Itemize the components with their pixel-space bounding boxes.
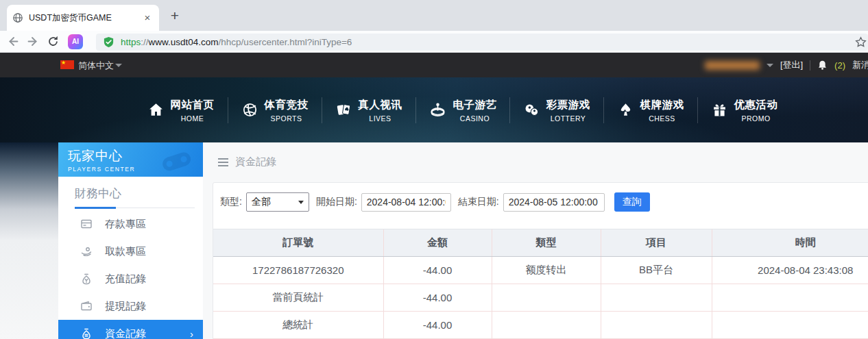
nav-item-home[interactable]: 网站首页 HOME [134,89,228,131]
table-header-row: 訂單號 金額 類型 項目 時間 [213,229,868,257]
sidebar-item-label: 存款專區 [105,218,146,231]
url-path: /hhcp/usercenter.html?iniType=6 [219,37,352,47]
message-count[interactable]: (2) [834,60,845,71]
nav-item-lives[interactable]: 真人视讯 LIVES [322,89,415,131]
cell-amount: -44.00 [383,257,492,284]
sidebar-item-deposit[interactable]: 存款專區 [58,210,203,238]
sidebar-item-withdraw[interactable]: 取款專區 [58,238,203,265]
gamepad-icon [156,147,196,174]
chevron-right-icon: › [190,328,193,339]
refresh-icon[interactable] [47,35,60,48]
filter-bar: 類型: 全部 開始日期: 結束日期: 查詢 [213,183,868,212]
cell-item: BB平台 [601,257,712,284]
browser-tab[interactable]: USDT加密货币GAME × [7,5,159,31]
sidebar-menu: 存款專區 取款專區 充值記錄 [58,210,203,339]
page-title: 資金記錄 [235,155,276,168]
cell-order-no: 總統計 [213,312,383,339]
logout-link[interactable]: [登出] [780,59,803,71]
gift-icon [711,101,728,118]
search-button[interactable]: 查詢 [614,192,650,212]
cell-amount: -44.00 [383,284,492,312]
url-separator: :// [141,37,148,47]
secure-shield-icon[interactable] [103,36,114,48]
sidebar: 玩家中心 PLAYERS CENTER 財務中心 [58,142,203,339]
cell-order-no: 1722786187726320 [213,257,383,284]
type-label: 類型: [220,196,242,208]
chevron-down-icon [298,201,304,204]
forward-icon[interactable] [26,35,39,48]
account-bar: ★ 简体中文 [登出] (2) 新消息 [0,53,868,77]
nav-item-chess[interactable]: 棋牌游戏 CHESS [603,89,697,131]
close-icon[interactable]: × [141,12,154,24]
chevron-down-icon[interactable] [115,64,122,67]
sidebar-item-label: 取款專區 [105,245,146,258]
col-item: 項目 [601,229,712,257]
new-messages-link[interactable]: 新消息 [852,59,868,71]
page-background [0,142,58,339]
address-bar[interactable]: https://www.usdt04.com/hhcp/usercenter.h… [96,34,868,51]
table-row: 1722786187726320 -44.00 额度转出 BB平台 2024-0… [213,257,868,284]
nav-item-sports[interactable]: 体育竞技 SPORTS [228,89,322,131]
playing-cards-icon [335,101,352,118]
hamburger-icon[interactable] [218,156,228,168]
globe-icon [12,12,23,23]
deposit-card-icon [80,218,93,230]
col-order-no: 訂單號 [213,229,383,257]
type-select[interactable]: 全部 [246,192,309,212]
cell-time: 2024-08-04 23:43:08 [712,257,868,284]
bell-icon[interactable] [817,60,828,71]
end-date-input[interactable] [503,193,605,212]
col-time: 時間 [712,229,868,257]
home-icon [147,101,165,118]
nav-item-casino[interactable]: 电子游艺 CASINO [415,89,509,131]
cell-order-no: 當前頁統計 [213,284,383,312]
cell-type [492,312,601,339]
money-bag-icon [80,273,93,285]
sidebar-item-withdrawal-records[interactable]: 提現記錄 [58,292,203,320]
sidebar-item-label: 資金記錄 [105,327,146,339]
main-navigation: 网站首页 HOME 体育竞技 SPORTS 真人视讯 LIVES [0,77,868,142]
lottery-balls-icon [523,101,540,118]
ai-extension-icon[interactable]: AI [68,34,83,49]
end-date-label: 結束日期: [458,196,499,208]
start-date-label: 開始日期: [316,196,357,208]
cell-time [712,284,868,312]
sidebar-item-label: 充值記錄 [105,273,146,286]
col-amount: 金額 [383,229,492,257]
url-text: https://www.usdt04.com/hhcp/usercenter.h… [121,37,352,47]
bookmark-star-icon[interactable] [855,36,867,48]
cell-type: 额度转出 [492,257,601,284]
main-content: 資金記錄 類型: 全部 開始日期: 結束日期: 查詢 訂單號 [203,142,868,339]
basketball-icon [241,101,258,118]
sidebar-item-recharge-records[interactable]: 充值記錄 [58,265,203,292]
table-row-grand-total: 總統計 -44.00 [213,312,868,339]
col-type: 類型 [492,229,601,257]
sidebar-item-label: 提現記錄 [105,300,146,313]
china-flag-icon: ★ [60,60,74,69]
tab-strip: USDT加密货币GAME × + [0,0,868,31]
funds-records-table: 訂單號 金額 類型 項目 時間 1722786187726320 -44.00 … [213,229,868,339]
nav-item-promo[interactable]: 优惠活动 PROMO [697,89,791,131]
sidebar-item-funds-records[interactable]: 資金記錄 › [58,320,203,339]
cell-type [492,284,601,312]
type-select-value: 全部 [252,196,271,208]
heading-underline [75,208,195,208]
finance-center-heading: 財務中心 [75,186,203,201]
back-icon[interactable] [7,35,20,48]
chevron-down-icon[interactable] [767,64,773,67]
page-body: 玩家中心 PLAYERS CENTER 財務中心 [0,142,868,339]
url-host: www.usdt04.com [149,37,219,47]
players-center-banner: 玩家中心 PLAYERS CENTER [58,142,203,177]
language-selector[interactable]: 简体中文 [78,60,114,72]
tab-title: USDT加密货币GAME [29,12,138,24]
start-date-input[interactable] [361,193,451,212]
url-scheme: https [121,37,141,47]
cell-item [601,284,712,312]
breadcrumb: 資金記錄 [218,155,276,168]
username-redacted[interactable] [705,61,760,70]
roulette-icon [429,101,447,119]
nav-item-lottery[interactable]: 彩票游戏 LOTTERY [509,89,603,131]
new-tab-button[interactable]: + [166,8,184,25]
records-panel: 類型: 全部 開始日期: 結束日期: 查詢 訂單號 金額 類型 [213,182,868,339]
hand-coin-icon [80,245,93,258]
